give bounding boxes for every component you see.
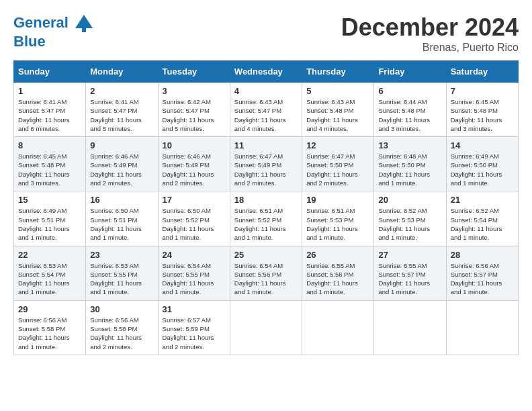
day-number: 4 <box>234 86 298 96</box>
day-info: Sunrise: 6:57 AMSunset: 5:59 PMDaylight:… <box>163 316 226 351</box>
calendar-week-3: 15Sunrise: 6:49 AMSunset: 5:51 PMDayligh… <box>14 191 519 246</box>
calendar-cell: 22Sunrise: 6:53 AMSunset: 5:54 PMDayligh… <box>14 246 86 300</box>
day-info: Sunrise: 6:52 AMSunset: 5:53 PMDaylight:… <box>378 206 441 242</box>
calendar-cell: 1Sunrise: 6:41 AMSunset: 5:47 PMDaylight… <box>14 83 86 137</box>
calendar-cell: 29Sunrise: 6:56 AMSunset: 5:58 PMDayligh… <box>14 300 86 355</box>
calendar-cell: 27Sunrise: 6:55 AMSunset: 5:57 PMDayligh… <box>374 246 446 300</box>
col-header-monday: Monday <box>86 61 158 83</box>
calendar-cell: 14Sunrise: 6:49 AMSunset: 5:50 PMDayligh… <box>446 137 518 191</box>
col-header-sunday: Sunday <box>14 61 86 83</box>
calendar-cell: 25Sunrise: 6:54 AMSunset: 5:56 PMDayligh… <box>230 246 302 300</box>
day-number: 31 <box>163 304 226 314</box>
day-number: 27 <box>378 250 441 260</box>
day-number: 15 <box>18 195 81 205</box>
page-header: General Blue December 2024 Brenas, Puert… <box>13 13 519 54</box>
title-section: December 2024 Brenas, Puerto Rico <box>341 13 519 54</box>
day-number: 16 <box>90 195 153 205</box>
calendar-cell: 28Sunrise: 6:56 AMSunset: 5:57 PMDayligh… <box>446 246 518 300</box>
day-info: Sunrise: 6:53 AMSunset: 5:55 PMDaylight:… <box>90 261 153 297</box>
day-info: Sunrise: 6:47 AMSunset: 5:49 PMDaylight:… <box>234 152 298 187</box>
day-number: 26 <box>306 250 369 260</box>
day-number: 29 <box>18 304 81 314</box>
day-number: 7 <box>451 86 514 96</box>
calendar-cell: 31Sunrise: 6:57 AMSunset: 5:59 PMDayligh… <box>158 300 230 355</box>
calendar-cell: 21Sunrise: 6:52 AMSunset: 5:54 PMDayligh… <box>446 191 518 246</box>
day-info: Sunrise: 6:46 AMSunset: 5:49 PMDaylight:… <box>90 152 153 187</box>
day-number: 5 <box>306 86 369 96</box>
calendar-cell <box>230 300 302 355</box>
svg-marker-0 <box>75 15 93 28</box>
day-info: Sunrise: 6:41 AMSunset: 5:47 PMDaylight:… <box>90 97 153 133</box>
month-title: December 2024 <box>341 13 519 42</box>
calendar-cell: 2Sunrise: 6:41 AMSunset: 5:47 PMDaylight… <box>86 83 158 137</box>
day-number: 30 <box>90 304 153 314</box>
calendar-cell: 30Sunrise: 6:56 AMSunset: 5:58 PMDayligh… <box>86 300 158 355</box>
day-number: 21 <box>451 195 514 205</box>
day-info: Sunrise: 6:47 AMSunset: 5:50 PMDaylight:… <box>306 152 369 187</box>
calendar-cell: 23Sunrise: 6:53 AMSunset: 5:55 PMDayligh… <box>86 246 158 300</box>
day-info: Sunrise: 6:51 AMSunset: 5:53 PMDaylight:… <box>306 206 369 242</box>
day-info: Sunrise: 6:56 AMSunset: 5:57 PMDaylight:… <box>451 261 514 297</box>
calendar-cell: 19Sunrise: 6:51 AMSunset: 5:53 PMDayligh… <box>302 191 374 246</box>
day-info: Sunrise: 6:45 AMSunset: 5:48 PMDaylight:… <box>18 152 81 187</box>
day-number: 11 <box>234 140 298 150</box>
calendar-cell: 6Sunrise: 6:44 AMSunset: 5:48 PMDaylight… <box>374 83 446 137</box>
calendar-cell: 16Sunrise: 6:50 AMSunset: 5:51 PMDayligh… <box>86 191 158 246</box>
calendar-cell: 11Sunrise: 6:47 AMSunset: 5:49 PMDayligh… <box>230 137 302 191</box>
location: Brenas, Puerto Rico <box>341 42 519 54</box>
calendar-cell: 10Sunrise: 6:46 AMSunset: 5:49 PMDayligh… <box>158 137 230 191</box>
calendar-week-4: 22Sunrise: 6:53 AMSunset: 5:54 PMDayligh… <box>14 246 519 300</box>
day-info: Sunrise: 6:54 AMSunset: 5:55 PMDaylight:… <box>163 261 226 297</box>
day-number: 1 <box>18 86 81 96</box>
calendar-cell: 5Sunrise: 6:43 AMSunset: 5:48 PMDaylight… <box>302 83 374 137</box>
calendar-cell <box>374 300 446 355</box>
calendar-cell: 12Sunrise: 6:47 AMSunset: 5:50 PMDayligh… <box>302 137 374 191</box>
calendar-table: SundayMondayTuesdayWednesdayThursdayFrid… <box>13 60 519 355</box>
day-number: 17 <box>163 195 226 205</box>
day-number: 24 <box>163 250 226 260</box>
col-header-thursday: Thursday <box>302 61 374 83</box>
day-number: 10 <box>163 140 226 150</box>
calendar-cell: 24Sunrise: 6:54 AMSunset: 5:55 PMDayligh… <box>158 246 230 300</box>
col-header-saturday: Saturday <box>446 61 518 83</box>
calendar-cell <box>446 300 518 355</box>
day-info: Sunrise: 6:45 AMSunset: 5:48 PMDaylight:… <box>451 97 514 133</box>
calendar-cell: 3Sunrise: 6:42 AMSunset: 5:47 PMDaylight… <box>158 83 230 137</box>
day-info: Sunrise: 6:48 AMSunset: 5:50 PMDaylight:… <box>378 152 441 187</box>
col-header-wednesday: Wednesday <box>230 61 302 83</box>
col-header-tuesday: Tuesday <box>158 61 230 83</box>
col-header-friday: Friday <box>374 61 446 83</box>
calendar-cell: 15Sunrise: 6:49 AMSunset: 5:51 PMDayligh… <box>14 191 86 246</box>
calendar-cell: 20Sunrise: 6:52 AMSunset: 5:53 PMDayligh… <box>374 191 446 246</box>
calendar-cell: 7Sunrise: 6:45 AMSunset: 5:48 PMDaylight… <box>446 83 518 137</box>
day-number: 19 <box>306 195 369 205</box>
day-number: 20 <box>378 195 441 205</box>
day-number: 25 <box>234 250 298 260</box>
day-number: 12 <box>306 140 369 150</box>
day-info: Sunrise: 6:56 AMSunset: 5:58 PMDaylight:… <box>18 316 81 351</box>
day-number: 8 <box>18 140 81 150</box>
day-info: Sunrise: 6:54 AMSunset: 5:56 PMDaylight:… <box>234 261 298 297</box>
calendar-week-2: 8Sunrise: 6:45 AMSunset: 5:48 PMDaylight… <box>14 137 519 191</box>
day-info: Sunrise: 6:52 AMSunset: 5:54 PMDaylight:… <box>451 206 514 242</box>
calendar-cell: 4Sunrise: 6:43 AMSunset: 5:47 PMDaylight… <box>230 83 302 137</box>
calendar-cell: 17Sunrise: 6:50 AMSunset: 5:52 PMDayligh… <box>158 191 230 246</box>
day-number: 6 <box>378 86 441 96</box>
calendar-header-row: SundayMondayTuesdayWednesdayThursdayFrid… <box>14 61 519 83</box>
day-number: 14 <box>451 140 514 150</box>
calendar-cell: 18Sunrise: 6:51 AMSunset: 5:52 PMDayligh… <box>230 191 302 246</box>
day-info: Sunrise: 6:43 AMSunset: 5:48 PMDaylight:… <box>306 97 369 133</box>
day-info: Sunrise: 6:46 AMSunset: 5:49 PMDaylight:… <box>163 152 226 187</box>
svg-rect-1 <box>82 28 86 32</box>
logo: General Blue <box>13 13 94 50</box>
day-info: Sunrise: 6:53 AMSunset: 5:54 PMDaylight:… <box>18 261 81 297</box>
day-info: Sunrise: 6:49 AMSunset: 5:51 PMDaylight:… <box>18 206 81 242</box>
day-number: 3 <box>163 86 226 96</box>
day-info: Sunrise: 6:51 AMSunset: 5:52 PMDaylight:… <box>234 206 298 242</box>
calendar-week-5: 29Sunrise: 6:56 AMSunset: 5:58 PMDayligh… <box>14 300 519 355</box>
logo-blue: Blue <box>13 34 94 50</box>
day-number: 28 <box>451 250 514 260</box>
calendar-week-1: 1Sunrise: 6:41 AMSunset: 5:47 PMDaylight… <box>14 83 519 137</box>
day-info: Sunrise: 6:56 AMSunset: 5:58 PMDaylight:… <box>90 316 153 351</box>
day-info: Sunrise: 6:42 AMSunset: 5:47 PMDaylight:… <box>163 97 226 133</box>
